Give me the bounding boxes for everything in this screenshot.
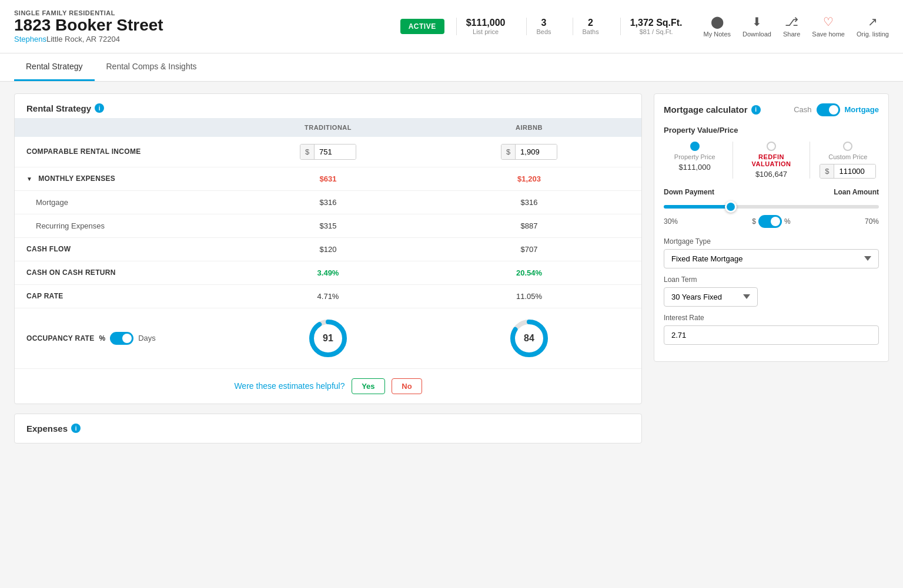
rental-strategy-card: Rental Strategy i TRADITIONAL AIRBNB COM… [14,93,642,404]
property-price-option: Property Price $111,000 [664,142,725,179]
comparable-income-row: COMPARABLE RENTAL INCOME $ $ [15,137,641,167]
redfin-valuation-radio[interactable] [767,142,776,151]
header: Single Family Residential 1823 Booker St… [0,0,903,53]
monthly-expenses-label: ▼ MONTHLY EXPENSES [26,174,228,183]
mortgage-info-icon[interactable]: i [751,105,761,115]
property-name: 1823 Booker Street [14,16,389,35]
dp-unit-toggle[interactable] [758,215,782,228]
traditional-occupancy-value: 91 [323,333,333,344]
airbnb-occupancy-value: 84 [524,333,534,344]
beds-label: Beds [536,28,551,35]
dp-pct-right: 70% [865,217,879,226]
dp-header: Down Payment Loan Amount [664,188,879,196]
beds-value: 3 [536,18,551,28]
mortgage-row: Mortgage $316 $316 [15,191,641,214]
down-payment-slider[interactable] [664,205,879,209]
vertical-divider-2 [810,142,810,179]
dollar-prefix-2: $ [501,145,516,159]
pct-toggle-label: % [784,217,791,226]
col-airbnb: AIRBNB [429,124,630,131]
traditional-expenses-value: $631 [228,174,429,183]
external-link-icon: ↗ [868,15,878,29]
traditional-mortgage-value: $316 [228,198,429,207]
col-traditional: TRADITIONAL [228,124,429,131]
interest-rate-section: Interest Rate [664,314,879,345]
custom-price-input[interactable] [834,164,875,178]
no-button[interactable]: No [392,378,422,394]
pct-label: % [99,334,106,342]
airbnb-cap-rate: 11.05% [429,292,630,301]
share-button[interactable]: ⎇ Share [783,15,800,38]
orig-listing-button[interactable]: ↗ Orig. listing [857,15,889,38]
status-badge: ACTIVE [400,19,444,34]
helpful-text: Were these estimates helpful? [234,381,345,391]
property-address: StephensLittle Rock, AR 72204 [14,35,389,43]
orig-label: Orig. listing [857,31,889,38]
tab-rental-strategy[interactable]: Rental Strategy [14,53,95,81]
interest-rate-input[interactable] [664,325,879,345]
occupancy-label: OCCUPANCY RATE [26,334,95,342]
airbnb-donut-container: 84 [429,318,630,359]
slider-container [664,201,879,210]
custom-price-radio[interactable] [843,142,852,151]
property-price-radio[interactable] [690,142,700,151]
dp-footer: 30% $ % 70% [664,215,879,228]
rental-strategy-info-icon[interactable]: i [95,103,104,113]
sqft-price: $81 / Sq.Ft. [630,28,683,35]
baths-value: 2 [583,18,599,28]
my-notes-button[interactable]: ⬤ My Notes [704,15,731,38]
property-value-label: Property Value/Price [664,126,879,135]
cap-rate-label: CAP RATE [26,292,228,300]
vertical-divider-1 [733,142,733,179]
loan-amount-label: Loan Amount [834,188,879,196]
custom-price-input-group[interactable]: $ [820,164,876,179]
save-home-button[interactable]: ♡ Save home [812,15,845,38]
redfin-valuation-option: REDFIN valuation $106,647 [740,142,802,179]
property-price-option-label: Property Price [674,153,715,160]
airbnb-income-field[interactable]: $ [501,144,557,160]
airbnb-donut: 84 [509,318,550,359]
airbnb-income-input-group: $ [429,144,630,160]
mortgage-mode-toggle[interactable] [817,103,840,116]
list-price-value: $111,000 [466,18,506,28]
redfin-value: $106,647 [755,170,787,179]
download-button[interactable]: ⬇ Download [743,15,771,38]
custom-price-label: Custom Price [828,153,867,160]
custom-dollar-prefix: $ [820,164,834,178]
loan-term-select[interactable]: 30 Years Fixed 15 Years Fixed 10 Years F… [664,287,758,307]
traditional-recurring-value: $315 [228,221,429,230]
tab-rental-comps[interactable]: Rental Comps & Insights [95,53,209,81]
right-panel: Mortgage calculator i Cash Mortgage Prop… [654,93,889,443]
traditional-income-input[interactable] [315,145,356,159]
baths-label: Baths [583,28,599,35]
occupancy-toggle[interactable] [110,332,133,345]
list-price-label: List price [466,28,506,35]
expenses-section: Expenses i [14,414,642,443]
baths-block: 2 Baths [573,18,608,35]
tab-bar: Rental Strategy Rental Comps & Insights [0,53,903,82]
download-icon: ⬇ [752,15,762,29]
yes-button[interactable]: Yes [352,378,384,394]
expenses-info-icon[interactable]: i [71,424,81,433]
col-empty [26,124,228,131]
airbnb-income-input[interactable] [516,145,557,159]
traditional-donut: 91 [307,318,349,359]
neighborhood-link[interactable]: Stephens [14,35,46,43]
comparable-income-label: COMPARABLE RENTAL INCOME [26,147,228,156]
mortgage-type-select[interactable]: Fixed Rate Mortgage Adjustable Rate Mort… [664,249,879,268]
traditional-income-field[interactable]: $ [300,144,356,160]
mortgage-mode-slider [817,103,840,116]
cash-mortgage-toggle: Cash Mortgage [794,103,879,116]
main-content: Rental Strategy i TRADITIONAL AIRBNB COM… [0,82,903,455]
traditional-cap-rate: 4.71% [228,292,429,301]
expenses-title: Expenses i [26,424,630,434]
airbnb-recurring-value: $887 [429,221,630,230]
dp-pct-left: 30% [664,217,678,226]
header-actions: ⬤ My Notes ⬇ Download ⎇ Share ♡ Save hom… [704,15,889,38]
price-options: Property Price $111,000 REDFIN valuation… [664,142,879,179]
sqft-value: 1,372 Sq.Ft. [630,18,683,28]
dollar-toggle-label: $ [752,217,756,226]
share-icon: ⎇ [785,15,798,29]
collapse-arrow[interactable]: ▼ [26,176,32,182]
mortgage-title: Mortgage calculator i [664,105,761,115]
